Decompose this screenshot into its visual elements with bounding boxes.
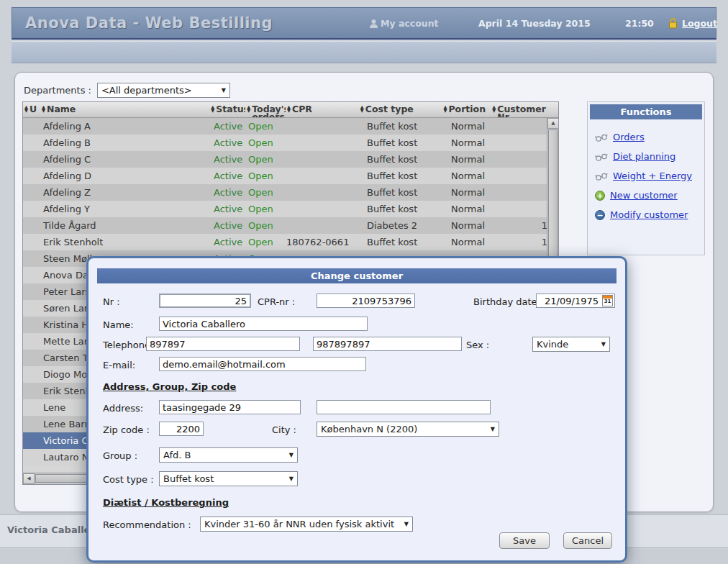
column-header-orders[interactable]: ▲▼Today's orders (245, 102, 286, 117)
cell-u (23, 234, 40, 250)
chevron-down-icon: ▼ (285, 476, 294, 482)
cell-u (23, 267, 40, 283)
sex-select[interactable]: Kvinde▼ (532, 337, 610, 352)
cell-cost-type: Buffet kost (360, 135, 443, 151)
cell-u (23, 366, 40, 383)
telephone-field-1[interactable] (146, 337, 300, 351)
cell-status: Active (210, 135, 246, 151)
cell-u (23, 317, 40, 333)
chevron-down-icon: ▼ (486, 426, 495, 432)
cell-status: Active (210, 168, 246, 184)
cell-name: Tilde Ågard (40, 217, 210, 234)
cell-orders-link[interactable]: Open (246, 168, 286, 184)
section-address-group-zip: Address, Group, Zip code (103, 381, 236, 392)
cell-customer-nr (492, 201, 548, 217)
table-row[interactable]: Afdeling C Active Open Buffet kost Norma… (23, 151, 548, 168)
cell-cost-type: Buffet kost (360, 151, 443, 168)
cost-type-select[interactable]: Buffet kost▼ (159, 471, 298, 486)
address-field-1[interactable] (159, 400, 301, 414)
cpr-field[interactable] (317, 294, 415, 308)
nr-label: Nr : (103, 296, 120, 307)
functions-panel: Functions Orders Diet planning Weight + … (587, 101, 705, 255)
departments-label: Departments : (24, 85, 91, 96)
my-account-link[interactable]: My account (369, 18, 439, 29)
sort-icon: ▲▼ (492, 106, 496, 113)
cell-cpr (286, 168, 360, 184)
column-header-portion[interactable]: ▲▼Portion (442, 102, 491, 117)
function-item-weight-energy[interactable]: Weight + Energy (595, 166, 704, 186)
function-item-diet-planning[interactable]: Diet planning (595, 147, 704, 166)
cell-orders-link[interactable]: Open (246, 118, 286, 135)
city-label: City : (272, 424, 296, 435)
cancel-button[interactable]: Cancel (563, 532, 612, 549)
zip-label: Zip code : (103, 424, 150, 435)
table-header-row: ▲▼U ▲▼Name ▲▼Status ▲▼Today's orders ▲▼C… (23, 102, 558, 118)
cell-u (23, 217, 40, 234)
cell-u (23, 118, 40, 135)
cell-status: Active (210, 217, 246, 234)
section-dietist: Diætist / Kostberegning (103, 497, 229, 508)
table-row[interactable]: Afdeling D Active Open Buffet kost Norma… (23, 168, 548, 184)
sort-icon: ▲▼ (360, 106, 364, 113)
save-button[interactable]: Save (499, 532, 550, 549)
cpr-label: CPR-nr : (258, 296, 295, 307)
cell-customer-nr: 1 (492, 234, 548, 250)
column-header-status[interactable]: ▲▼Status (209, 102, 245, 117)
address-label: Address: (103, 403, 143, 414)
cell-orders-link[interactable]: Open (246, 135, 286, 151)
table-row[interactable]: Afdeling B Active Open Buffet kost Norma… (23, 135, 548, 151)
telephone-field-2[interactable] (313, 337, 462, 351)
nr-field[interactable] (159, 294, 251, 308)
calendar-icon[interactable]: 31 (602, 295, 613, 306)
cost-type-label: Cost type : (103, 474, 154, 485)
scroll-up-icon[interactable]: ▲ (547, 118, 559, 129)
cell-customer-nr (492, 135, 548, 151)
cell-orders-link[interactable]: Open (246, 201, 286, 217)
table-row[interactable]: Tilde Ågard Active Open Diabetes 2 Norma… (23, 217, 548, 234)
table-row[interactable]: Erik Stenholt Active Open 180762-0661 Bu… (23, 234, 548, 250)
cell-u (23, 416, 40, 432)
city-select[interactable]: København N (2200)▼ (317, 422, 499, 437)
cell-cost-type: Buffet kost (360, 184, 443, 201)
cell-u (23, 350, 40, 366)
departments-select[interactable]: <All departments>▼ (97, 83, 230, 98)
address-field-2[interactable] (317, 400, 491, 414)
cell-cpr (286, 217, 360, 234)
cell-cpr (286, 118, 360, 135)
cell-orders-link[interactable]: Open (246, 184, 286, 201)
glasses-icon (595, 171, 608, 181)
column-header-cpr[interactable]: ▲▼CPR (286, 102, 359, 117)
table-row[interactable]: Afdeling Y Active Open Buffet kost Norma… (23, 201, 548, 217)
minus-circle-icon: − (595, 210, 605, 220)
cell-orders-link[interactable]: Open (246, 234, 286, 250)
cell-u (23, 201, 40, 217)
table-row[interactable]: Afdeling A Active Open Buffet kost Norma… (23, 118, 548, 135)
email-field[interactable] (159, 357, 366, 371)
cell-cpr (286, 151, 360, 168)
name-field[interactable] (159, 317, 368, 331)
sort-icon: ▲▼ (211, 106, 214, 113)
chevron-down-icon: ▼ (285, 452, 294, 458)
table-row[interactable]: Afdeling Z Active Open Buffet kost Norma… (23, 184, 548, 201)
column-header-name[interactable]: ▲▼Name (40, 102, 209, 117)
scroll-left-icon[interactable]: ◀ (23, 473, 35, 484)
logout-link[interactable]: Logout (682, 18, 717, 29)
sex-label: Sex : (466, 340, 489, 350)
cell-orders-link[interactable]: Open (246, 217, 286, 234)
sort-icon: ▲▼ (42, 106, 45, 113)
cell-name: Afdeling C (40, 151, 210, 168)
column-header-customer-nr[interactable]: ▲▼Customer Nr (491, 102, 558, 117)
cell-orders-link[interactable]: Open (246, 151, 286, 168)
recommendation-select[interactable]: Kvinder 31-60 år NNR uden fysisk aktivit… (200, 517, 413, 532)
function-item-orders[interactable]: Orders (595, 127, 704, 147)
dialog-title: Change customer (97, 268, 616, 283)
column-header-cost-type[interactable]: ▲▼Cost type (359, 102, 442, 117)
column-header-u[interactable]: ▲▼U (23, 102, 40, 117)
zip-field[interactable] (159, 422, 204, 436)
cell-name: Afdeling B (40, 135, 210, 151)
group-select[interactable]: Afd. B▼ (159, 447, 298, 463)
cell-customer-nr (492, 168, 548, 184)
recommendation-label: Recommendation : (103, 519, 191, 530)
function-item-new-customer[interactable]: + New customer (595, 186, 704, 205)
function-item-modify-customer[interactable]: − Modify customer (595, 205, 704, 224)
